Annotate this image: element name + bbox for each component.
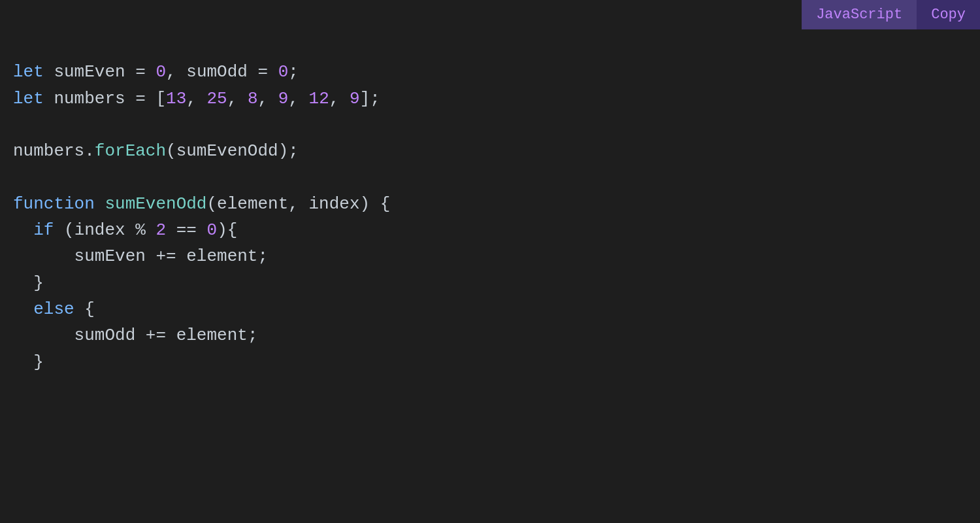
copy-button[interactable]: Copy bbox=[917, 0, 980, 29]
code-block: let sumEven = 0, sumOdd = 0; let numbers… bbox=[13, 33, 967, 401]
language-label: JavaScript bbox=[802, 0, 917, 29]
toolbar: JavaScript Copy bbox=[802, 0, 980, 29]
code-container: JavaScript Copy let sumEven = 0, sumOdd … bbox=[0, 0, 980, 523]
